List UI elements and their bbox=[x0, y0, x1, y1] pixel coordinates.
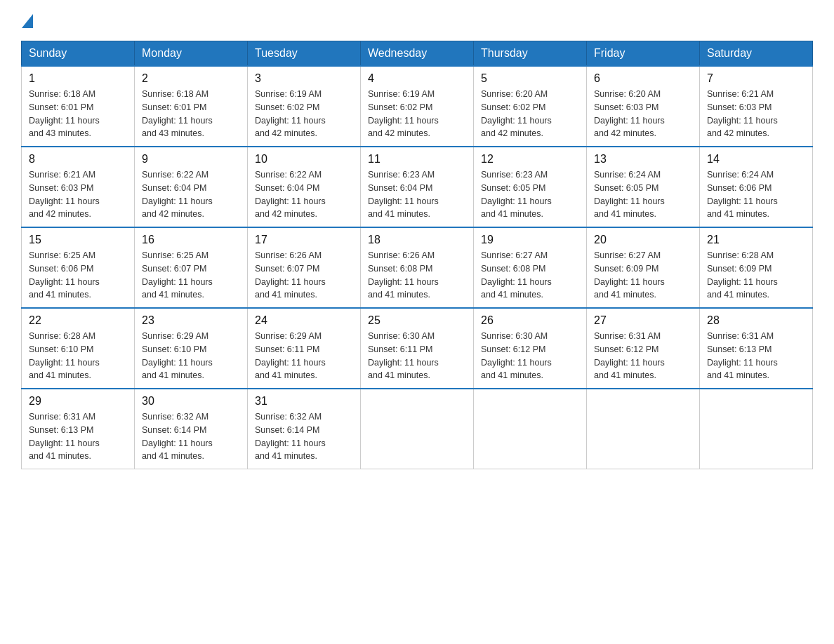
day-info: Sunrise: 6:29 AMSunset: 6:10 PMDaylight:… bbox=[142, 330, 240, 382]
logo bbox=[21, 14, 33, 27]
calendar-cell: 28Sunrise: 6:31 AMSunset: 6:13 PMDayligh… bbox=[700, 308, 813, 389]
calendar-cell: 10Sunrise: 6:22 AMSunset: 6:04 PMDayligh… bbox=[248, 147, 361, 227]
calendar-week-row: 15Sunrise: 6:25 AMSunset: 6:06 PMDayligh… bbox=[22, 227, 813, 308]
day-info: Sunrise: 6:32 AMSunset: 6:14 PMDaylight:… bbox=[142, 410, 240, 463]
calendar-header-friday: Friday bbox=[587, 41, 700, 67]
day-info: Sunrise: 6:22 AMSunset: 6:04 PMDaylight:… bbox=[142, 168, 240, 221]
calendar-cell: 18Sunrise: 6:26 AMSunset: 6:08 PMDayligh… bbox=[361, 227, 474, 308]
day-info: Sunrise: 6:22 AMSunset: 6:04 PMDaylight:… bbox=[255, 168, 353, 221]
day-info: Sunrise: 6:29 AMSunset: 6:11 PMDaylight:… bbox=[255, 330, 353, 382]
day-info: Sunrise: 6:20 AMSunset: 6:03 PMDaylight:… bbox=[594, 88, 692, 140]
day-number: 23 bbox=[142, 314, 240, 327]
calendar-cell: 12Sunrise: 6:23 AMSunset: 6:05 PMDayligh… bbox=[474, 147, 587, 227]
calendar-cell: 3Sunrise: 6:19 AMSunset: 6:02 PMDaylight… bbox=[248, 66, 361, 147]
day-info: Sunrise: 6:24 AMSunset: 6:05 PMDaylight:… bbox=[594, 168, 692, 221]
calendar-cell: 4Sunrise: 6:19 AMSunset: 6:02 PMDaylight… bbox=[361, 66, 474, 147]
calendar-cell bbox=[587, 389, 700, 469]
day-info: Sunrise: 6:28 AMSunset: 6:10 PMDaylight:… bbox=[29, 330, 127, 382]
calendar-cell: 13Sunrise: 6:24 AMSunset: 6:05 PMDayligh… bbox=[587, 147, 700, 227]
calendar-cell: 27Sunrise: 6:31 AMSunset: 6:12 PMDayligh… bbox=[587, 308, 700, 389]
calendar-header-row: SundayMondayTuesdayWednesdayThursdayFrid… bbox=[22, 41, 813, 67]
calendar-cell: 21Sunrise: 6:28 AMSunset: 6:09 PMDayligh… bbox=[700, 227, 813, 308]
calendar-cell: 17Sunrise: 6:26 AMSunset: 6:07 PMDayligh… bbox=[248, 227, 361, 308]
day-number: 28 bbox=[707, 314, 805, 327]
day-info: Sunrise: 6:25 AMSunset: 6:06 PMDaylight:… bbox=[29, 249, 127, 302]
day-number: 2 bbox=[142, 72, 240, 85]
calendar-cell: 22Sunrise: 6:28 AMSunset: 6:10 PMDayligh… bbox=[22, 308, 135, 389]
calendar-table: SundayMondayTuesdayWednesdayThursdayFrid… bbox=[21, 41, 813, 469]
day-info: Sunrise: 6:30 AMSunset: 6:11 PMDaylight:… bbox=[368, 330, 466, 382]
calendar-cell: 2Sunrise: 6:18 AMSunset: 6:01 PMDaylight… bbox=[135, 66, 248, 147]
calendar-cell: 6Sunrise: 6:20 AMSunset: 6:03 PMDaylight… bbox=[587, 66, 700, 147]
day-number: 24 bbox=[255, 314, 353, 327]
day-number: 19 bbox=[481, 234, 579, 246]
calendar-header-saturday: Saturday bbox=[700, 41, 813, 67]
day-number: 8 bbox=[29, 153, 127, 166]
day-info: Sunrise: 6:27 AMSunset: 6:09 PMDaylight:… bbox=[594, 249, 692, 302]
calendar-week-row: 1Sunrise: 6:18 AMSunset: 6:01 PMDaylight… bbox=[22, 66, 813, 147]
day-number: 5 bbox=[481, 72, 579, 85]
calendar-cell: 25Sunrise: 6:30 AMSunset: 6:11 PMDayligh… bbox=[361, 308, 474, 389]
calendar-cell: 9Sunrise: 6:22 AMSunset: 6:04 PMDaylight… bbox=[135, 147, 248, 227]
day-number: 26 bbox=[481, 314, 579, 327]
day-info: Sunrise: 6:21 AMSunset: 6:03 PMDaylight:… bbox=[29, 168, 127, 221]
day-number: 22 bbox=[29, 314, 127, 327]
day-number: 9 bbox=[142, 153, 240, 166]
day-info: Sunrise: 6:23 AMSunset: 6:05 PMDaylight:… bbox=[481, 168, 579, 221]
day-number: 21 bbox=[707, 234, 805, 246]
day-number: 30 bbox=[142, 395, 240, 408]
calendar-cell: 26Sunrise: 6:30 AMSunset: 6:12 PMDayligh… bbox=[474, 308, 587, 389]
day-info: Sunrise: 6:19 AMSunset: 6:02 PMDaylight:… bbox=[368, 88, 466, 140]
calendar-header-monday: Monday bbox=[135, 41, 248, 67]
day-info: Sunrise: 6:18 AMSunset: 6:01 PMDaylight:… bbox=[29, 88, 127, 140]
calendar-cell: 16Sunrise: 6:25 AMSunset: 6:07 PMDayligh… bbox=[135, 227, 248, 308]
day-info: Sunrise: 6:19 AMSunset: 6:02 PMDaylight:… bbox=[255, 88, 353, 140]
calendar-cell: 14Sunrise: 6:24 AMSunset: 6:06 PMDayligh… bbox=[700, 147, 813, 227]
day-info: Sunrise: 6:32 AMSunset: 6:14 PMDaylight:… bbox=[255, 410, 353, 463]
day-number: 16 bbox=[142, 234, 240, 246]
calendar-cell bbox=[361, 389, 474, 469]
day-number: 12 bbox=[481, 153, 579, 166]
calendar-cell: 1Sunrise: 6:18 AMSunset: 6:01 PMDaylight… bbox=[22, 66, 135, 147]
day-number: 17 bbox=[255, 234, 353, 246]
day-info: Sunrise: 6:31 AMSunset: 6:13 PMDaylight:… bbox=[707, 330, 805, 382]
day-number: 10 bbox=[255, 153, 353, 166]
calendar-cell: 24Sunrise: 6:29 AMSunset: 6:11 PMDayligh… bbox=[248, 308, 361, 389]
calendar-cell: 15Sunrise: 6:25 AMSunset: 6:06 PMDayligh… bbox=[22, 227, 135, 308]
day-info: Sunrise: 6:20 AMSunset: 6:02 PMDaylight:… bbox=[481, 88, 579, 140]
day-number: 11 bbox=[368, 153, 466, 166]
header bbox=[21, 14, 813, 27]
day-number: 15 bbox=[29, 234, 127, 246]
day-number: 27 bbox=[594, 314, 692, 327]
day-info: Sunrise: 6:23 AMSunset: 6:04 PMDaylight:… bbox=[368, 168, 466, 221]
calendar-cell: 5Sunrise: 6:20 AMSunset: 6:02 PMDaylight… bbox=[474, 66, 587, 147]
calendar-cell: 29Sunrise: 6:31 AMSunset: 6:13 PMDayligh… bbox=[22, 389, 135, 469]
day-number: 31 bbox=[255, 395, 353, 408]
day-info: Sunrise: 6:30 AMSunset: 6:12 PMDaylight:… bbox=[481, 330, 579, 382]
calendar-header-thursday: Thursday bbox=[474, 41, 587, 67]
calendar-cell bbox=[474, 389, 587, 469]
calendar-week-row: 8Sunrise: 6:21 AMSunset: 6:03 PMDaylight… bbox=[22, 147, 813, 227]
calendar-week-row: 29Sunrise: 6:31 AMSunset: 6:13 PMDayligh… bbox=[22, 389, 813, 469]
calendar-cell: 7Sunrise: 6:21 AMSunset: 6:03 PMDaylight… bbox=[700, 66, 813, 147]
day-number: 7 bbox=[707, 72, 805, 85]
calendar-header-sunday: Sunday bbox=[22, 41, 135, 67]
day-info: Sunrise: 6:31 AMSunset: 6:13 PMDaylight:… bbox=[29, 410, 127, 463]
day-number: 1 bbox=[29, 72, 127, 85]
day-info: Sunrise: 6:26 AMSunset: 6:07 PMDaylight:… bbox=[255, 249, 353, 302]
calendar-cell: 20Sunrise: 6:27 AMSunset: 6:09 PMDayligh… bbox=[587, 227, 700, 308]
calendar-cell: 23Sunrise: 6:29 AMSunset: 6:10 PMDayligh… bbox=[135, 308, 248, 389]
day-number: 29 bbox=[29, 395, 127, 408]
calendar-week-row: 22Sunrise: 6:28 AMSunset: 6:10 PMDayligh… bbox=[22, 308, 813, 389]
calendar-cell: 11Sunrise: 6:23 AMSunset: 6:04 PMDayligh… bbox=[361, 147, 474, 227]
day-info: Sunrise: 6:18 AMSunset: 6:01 PMDaylight:… bbox=[142, 88, 240, 140]
day-number: 4 bbox=[368, 72, 466, 85]
day-info: Sunrise: 6:26 AMSunset: 6:08 PMDaylight:… bbox=[368, 249, 466, 302]
calendar-cell bbox=[700, 389, 813, 469]
calendar-cell: 8Sunrise: 6:21 AMSunset: 6:03 PMDaylight… bbox=[22, 147, 135, 227]
day-info: Sunrise: 6:24 AMSunset: 6:06 PMDaylight:… bbox=[707, 168, 805, 221]
calendar-cell: 30Sunrise: 6:32 AMSunset: 6:14 PMDayligh… bbox=[135, 389, 248, 469]
day-info: Sunrise: 6:27 AMSunset: 6:08 PMDaylight:… bbox=[481, 249, 579, 302]
day-info: Sunrise: 6:31 AMSunset: 6:12 PMDaylight:… bbox=[594, 330, 692, 382]
day-number: 6 bbox=[594, 72, 692, 85]
